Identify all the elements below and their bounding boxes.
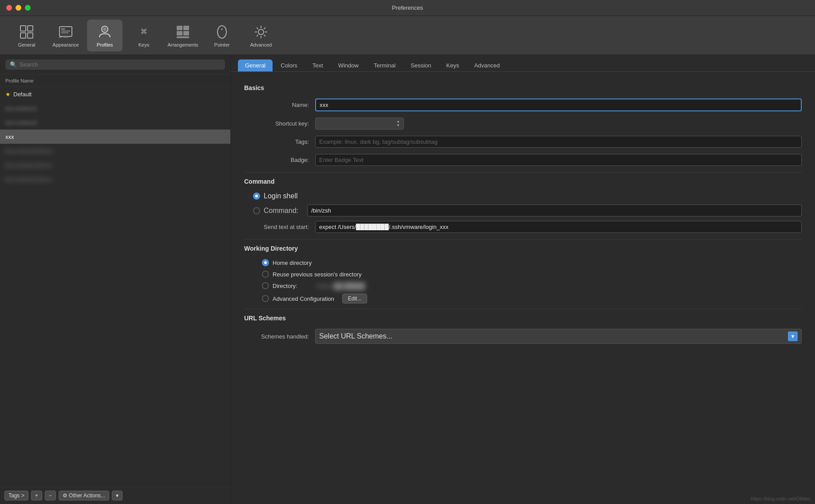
- pointer-icon: [214, 24, 230, 40]
- add-profile-button[interactable]: +: [31, 491, 42, 500]
- edit-button[interactable]: Edit...: [342, 294, 368, 303]
- search-input[interactable]: [20, 61, 221, 68]
- svg-line-26: [257, 28, 258, 29]
- name-input[interactable]: [315, 98, 802, 111]
- divider2: [244, 239, 802, 240]
- tags-input[interactable]: [315, 136, 802, 148]
- content-area: General Colors Text Window Terminal Sess…: [231, 55, 815, 504]
- svg-rect-16: [177, 31, 182, 35]
- remove-profile-button[interactable]: −: [45, 491, 56, 500]
- tags-field-control: [315, 136, 802, 148]
- window-title: Preferences: [392, 4, 423, 11]
- toolbar-item-appearance[interactable]: Appearance: [48, 20, 83, 51]
- working-dir-section-body: Home directory Reuse previous session's …: [244, 259, 802, 303]
- profile-item-label: blurredname3here: [5, 148, 52, 154]
- svg-rect-17: [183, 31, 189, 35]
- toolbar-advanced-label: Advanced: [250, 42, 272, 47]
- list-item[interactable]: blurredname4here: [0, 158, 230, 172]
- reuse-dir-label: Reuse previous session's directory: [273, 271, 361, 278]
- toolbar-keys-label: Keys: [138, 42, 149, 47]
- profile-item-label: blurreditem1: [5, 105, 37, 112]
- tab-terminal[interactable]: Terminal: [367, 59, 403, 71]
- badge-field-control: [315, 154, 802, 166]
- tags-field-row: Tags:: [244, 136, 802, 148]
- command-radio[interactable]: [253, 207, 260, 214]
- toolbar: General Appearance: [0, 16, 815, 55]
- shortcut-key-select[interactable]: ▲ ▼: [315, 118, 404, 130]
- svg-rect-14: [177, 26, 182, 30]
- minimize-button[interactable]: [16, 5, 21, 11]
- search-input-wrap: 🔍: [5, 59, 225, 70]
- tab-window[interactable]: Window: [331, 59, 366, 71]
- toolbar-item-pointer[interactable]: Pointer: [204, 20, 240, 51]
- advanced-config-radio[interactable]: [262, 295, 269, 302]
- home-dir-radio[interactable]: [262, 259, 269, 266]
- name-field-row: Name:: [244, 98, 802, 111]
- search-icon: 🔍: [10, 61, 17, 68]
- directory-radio[interactable]: [262, 282, 269, 289]
- list-item[interactable]: blurredname5here: [0, 172, 230, 186]
- other-actions-button[interactable]: ⚙ Other Actions...: [59, 491, 109, 500]
- badge-field-row: Badge:: [244, 154, 802, 166]
- tab-session[interactable]: Session: [404, 59, 438, 71]
- other-actions-dropdown[interactable]: ▾: [112, 491, 123, 500]
- list-item[interactable]: xxx: [0, 130, 230, 144]
- list-item[interactable]: blurreditem1: [0, 101, 230, 115]
- svg-line-27: [264, 35, 266, 36]
- directory-label: Directory:: [273, 283, 308, 289]
- svg-rect-1: [20, 33, 26, 38]
- appearance-icon: [57, 24, 74, 40]
- tab-keys[interactable]: Keys: [439, 59, 466, 71]
- divider3: [244, 309, 802, 309]
- list-item[interactable]: ★ Default: [0, 87, 230, 101]
- svg-rect-10: [59, 37, 61, 38]
- command-input[interactable]: [307, 205, 802, 217]
- tab-text[interactable]: Text: [305, 59, 330, 71]
- url-footnote: https://blog.csdn.net/OMars: [751, 496, 811, 501]
- tab-general[interactable]: General: [238, 59, 273, 71]
- sidebar: 🔍 Profile Name ★ Default blurreditem1: [0, 55, 231, 504]
- badge-input[interactable]: [315, 154, 802, 166]
- profile-name-column-header: Profile Name: [5, 78, 34, 83]
- profile-list: ★ Default blurreditem1 blurreditem2 xxx …: [0, 87, 230, 487]
- advanced-config-row: Advanced Configuration Edit...: [262, 294, 802, 303]
- svg-rect-2: [28, 26, 33, 31]
- titlebar: Preferences: [0, 0, 815, 16]
- working-dir-section-title: Working Directory: [244, 245, 802, 252]
- svg-rect-15: [183, 26, 189, 30]
- toolbar-item-profiles[interactable]: Profiles: [87, 20, 123, 51]
- arrangements-icon: [174, 24, 191, 40]
- list-item[interactable]: blurredname3here: [0, 144, 230, 158]
- svg-point-21: [258, 29, 264, 35]
- toolbar-item-advanced[interactable]: Advanced: [243, 20, 279, 51]
- maximize-button[interactable]: [25, 5, 31, 11]
- toolbar-item-keys[interactable]: ⌘ Keys: [126, 20, 162, 51]
- schemes-dropdown-arrow: ▼: [788, 331, 798, 341]
- toolbar-arrangements-label: Arrangements: [167, 42, 198, 47]
- reuse-dir-radio[interactable]: [262, 271, 269, 278]
- login-shell-radio[interactable]: [253, 193, 260, 200]
- form-content: Basics Name: Shortcut key: ▲: [231, 72, 815, 504]
- basics-section-title: Basics: [244, 84, 802, 91]
- tags-button[interactable]: Tags >: [4, 491, 28, 500]
- toolbar-appearance-label: Appearance: [52, 42, 79, 47]
- schemes-select[interactable]: Select URL Schemes... ▼: [315, 329, 802, 344]
- svg-rect-9: [61, 37, 70, 37]
- tab-colors[interactable]: Colors: [273, 59, 305, 71]
- command-row: Command:: [253, 205, 802, 217]
- list-item[interactable]: blurreditem2: [0, 115, 230, 130]
- toolbar-item-general[interactable]: General: [9, 20, 44, 51]
- profile-item-label: blurredname4here: [5, 162, 52, 169]
- close-button[interactable]: [6, 5, 12, 11]
- schemes-handled-control: Select URL Schemes... ▼: [315, 329, 802, 344]
- svg-line-28: [264, 28, 266, 29]
- divider: [244, 172, 802, 173]
- toolbar-item-arrangements[interactable]: Arrangements: [165, 20, 201, 51]
- send-text-input[interactable]: [315, 221, 802, 233]
- sidebar-bottom: Tags > + − ⚙ Other Actions... ▾: [0, 487, 230, 504]
- svg-rect-18: [177, 36, 189, 38]
- profile-item-label: Default: [13, 91, 32, 98]
- keys-icon: ⌘: [135, 24, 152, 40]
- tab-advanced[interactable]: Advanced: [467, 59, 507, 71]
- star-icon: ★: [5, 91, 11, 98]
